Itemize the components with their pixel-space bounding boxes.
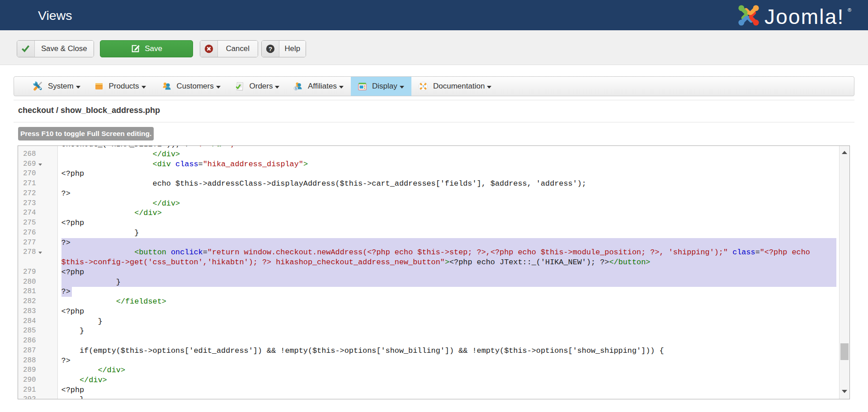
svg-text:$: $ (295, 87, 297, 90)
svg-text:?: ? (422, 84, 425, 89)
svg-text:?: ? (268, 45, 272, 52)
